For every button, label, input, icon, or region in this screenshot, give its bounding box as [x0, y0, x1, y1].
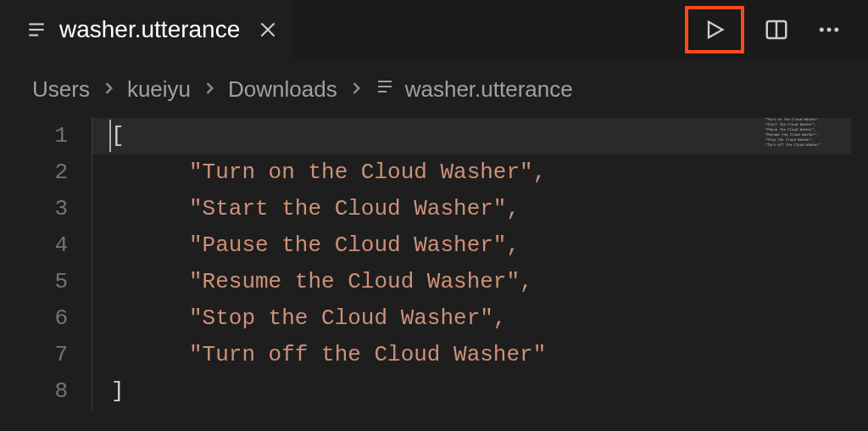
more-actions-button[interactable]: [809, 9, 849, 50]
file-lines-icon: [25, 19, 47, 41]
svg-point-9: [827, 28, 832, 32]
chevron-right-icon: [348, 76, 364, 103]
code-line[interactable]: [: [111, 118, 868, 154]
line-number: 3: [0, 191, 68, 227]
breadcrumb[interactable]: Users kueiyu Downloads washer.utterance: [0, 59, 868, 118]
close-icon[interactable]: [257, 19, 279, 41]
chevron-right-icon: [201, 76, 218, 103]
breadcrumb-item: washer.utterance: [405, 76, 573, 103]
svg-marker-5: [709, 22, 722, 38]
breadcrumb-item[interactable]: Users: [32, 76, 90, 103]
code-line[interactable]: "Turn off the Cloud Washer": [111, 337, 868, 373]
line-number: 8: [0, 373, 68, 410]
breadcrumb-item[interactable]: kueiyu: [127, 76, 191, 103]
code-line[interactable]: "Resume the Cloud Washer",: [111, 264, 868, 300]
file-lines-icon: [375, 76, 395, 103]
svg-point-8: [820, 28, 824, 32]
editor-actions: [685, 6, 868, 53]
line-number: 6: [0, 300, 68, 337]
editor-tab[interactable]: washer.utterance: [0, 0, 292, 59]
line-number: 5: [0, 264, 68, 300]
breadcrumb-file[interactable]: washer.utterance: [375, 76, 573, 103]
code-line[interactable]: "Turn on the Cloud Washer",: [111, 154, 868, 191]
code-line[interactable]: ]: [111, 373, 868, 410]
breadcrumb-item[interactable]: Downloads: [228, 76, 337, 103]
svg-point-10: [834, 28, 838, 32]
code-line[interactable]: "Stop the Cloud Washer",: [111, 300, 868, 337]
line-number: 1: [0, 118, 68, 154]
code-line[interactable]: "Start the Cloud Washer",: [111, 191, 868, 227]
editor[interactable]: 12345678 ["Turn on the Cloud Washer","St…: [0, 118, 868, 410]
text-cursor: [109, 120, 111, 152]
tab-group: washer.utterance: [0, 0, 292, 59]
chevron-right-icon: [100, 76, 117, 103]
tab-bar: washer.utterance: [0, 0, 868, 59]
line-number: 4: [0, 227, 68, 264]
line-number: 7: [0, 337, 68, 373]
line-number-gutter: 12345678: [0, 118, 92, 410]
split-editor-button[interactable]: [756, 9, 797, 50]
run-button[interactable]: [685, 6, 744, 53]
tab-label: washer.utterance: [59, 16, 240, 43]
line-number: 2: [0, 154, 68, 191]
code-line[interactable]: "Pause the Cloud Washer",: [111, 227, 868, 264]
code-area[interactable]: ["Turn on the Cloud Washer","Start the C…: [92, 118, 868, 410]
